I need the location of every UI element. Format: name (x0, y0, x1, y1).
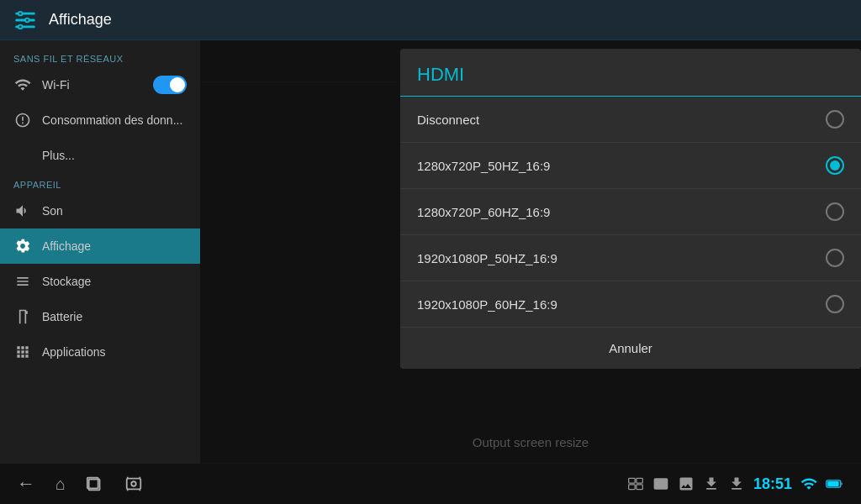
sidebar-item-batterie[interactable]: Batterie (0, 299, 200, 334)
svg-point-9 (131, 481, 136, 486)
720p50-label: 1280x720P_50HZ_16:9 (417, 159, 550, 173)
dialog-option-1080p50[interactable]: 1920x1080P_50HZ_16:9 (400, 235, 861, 281)
status-time: 18:51 (753, 475, 792, 493)
recent-button[interactable] (86, 475, 104, 493)
svg-rect-15 (637, 478, 643, 483)
svg-rect-8 (127, 479, 141, 490)
multiwindow-icon (627, 475, 644, 492)
svg-rect-17 (637, 485, 643, 490)
download-icon (703, 475, 720, 492)
svg-point-4 (25, 18, 29, 22)
back-button[interactable]: ← (17, 473, 35, 495)
top-bar: Affichage (0, 0, 861, 40)
sidebar-item-data[interactable]: Consommation des donn... (0, 102, 200, 138)
son-label: Son (42, 204, 63, 218)
wifi-label: Wi-Fi (42, 78, 70, 92)
more-icon (13, 146, 32, 165)
sidebar-item-stockage[interactable]: Stockage (0, 264, 200, 299)
sidebar: SANS FIL ET RÉSEAUX Wi-Fi Consommation d… (0, 40, 200, 464)
1080p60-label: 1920x1080P_60HZ_16:9 (417, 297, 557, 312)
dialog-option-720p50[interactable]: 1280x720P_50HZ_16:9 (400, 143, 861, 189)
sidebar-item-wifi[interactable]: Wi-Fi (0, 67, 200, 102)
nav-buttons: ← ⌂ (17, 473, 143, 495)
gallery-icon (652, 475, 669, 492)
1080p50-radio[interactable] (826, 249, 844, 267)
settings-icon (10, 5, 40, 35)
download2-icon (728, 475, 745, 492)
svg-point-3 (18, 11, 23, 15)
bottom-bar: ← ⌂ (0, 464, 861, 504)
wifi-icon (13, 76, 32, 94)
1080p50-label: 1920x1080P_50HZ_16:9 (417, 251, 557, 265)
svg-rect-16 (629, 485, 636, 490)
applications-label: Applications (42, 345, 106, 359)
section-label-network: SANS FIL ET RÉSEAUX (0, 47, 200, 67)
battery-icon (13, 307, 32, 326)
dialog-option-1080p60[interactable]: 1920x1080P_60HZ_16:9 (400, 281, 861, 328)
apps-icon (13, 343, 32, 361)
more-label: Plus... (42, 149, 75, 162)
dialog-option-720p60[interactable]: 1280x720P_60HZ_16:9 (400, 189, 861, 235)
battery-icon (826, 475, 844, 492)
sidebar-item-son[interactable]: Son (0, 193, 200, 228)
screenshot-button[interactable] (124, 475, 143, 493)
gear-icon (13, 237, 32, 255)
status-bar: 18:51 (627, 475, 844, 493)
content-area: Luminosité HDMI Disconnect 1280x720P_50H… (200, 40, 861, 464)
720p60-radio[interactable] (826, 202, 844, 221)
sidebar-item-affichage[interactable]: Affichage (0, 228, 200, 264)
section-label-appareil: APPAREIL (0, 173, 200, 193)
720p50-radio[interactable] (826, 156, 844, 175)
hdmi-dialog: HDMI Disconnect 1280x720P_50HZ_16:9 1280… (400, 49, 861, 369)
page-title: Affichage (49, 11, 112, 29)
dialog-title: HDMI (400, 49, 861, 97)
home-button[interactable]: ⌂ (55, 475, 66, 494)
affichage-label: Affichage (42, 239, 91, 253)
sidebar-item-more[interactable]: Plus... (0, 138, 200, 173)
batterie-label: Batterie (42, 310, 82, 323)
speaker-icon (13, 202, 32, 220)
wifi-toggle[interactable] (153, 76, 187, 94)
storage-icon (13, 272, 32, 291)
image-icon (678, 475, 695, 492)
dialog-option-disconnect[interactable]: Disconnect (400, 97, 861, 143)
svg-rect-19 (827, 481, 839, 486)
svg-point-5 (18, 24, 23, 29)
data-label: Consommation des donn... (42, 113, 182, 127)
wifi-status-icon (800, 475, 817, 492)
disconnect-label: Disconnect (417, 113, 479, 127)
sidebar-item-applications[interactable]: Applications (0, 334, 200, 370)
720p60-label: 1280x720P_60HZ_16:9 (417, 205, 550, 219)
main-layout: SANS FIL ET RÉSEAUX Wi-Fi Consommation d… (0, 40, 861, 464)
cancel-button[interactable]: Annuler (400, 328, 861, 369)
disconnect-radio[interactable] (826, 110, 844, 129)
svg-rect-14 (629, 478, 636, 483)
1080p60-radio[interactable] (826, 295, 844, 313)
data-icon (13, 111, 32, 129)
stockage-label: Stockage (42, 275, 91, 288)
